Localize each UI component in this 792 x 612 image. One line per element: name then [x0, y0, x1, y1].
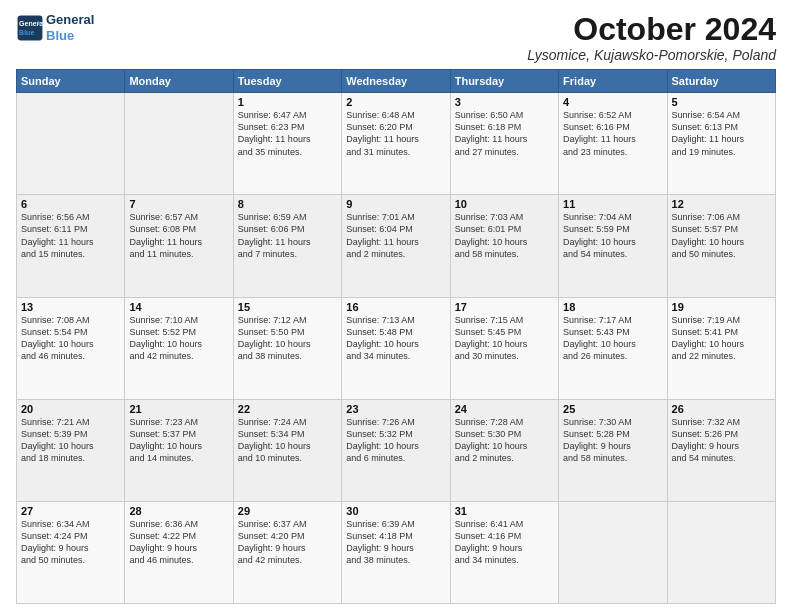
- day-number: 17: [455, 301, 554, 313]
- day-info: Sunrise: 6:59 AMSunset: 6:06 PMDaylight:…: [238, 211, 337, 260]
- calendar-cell: 3Sunrise: 6:50 AMSunset: 6:18 PMDaylight…: [450, 93, 558, 195]
- day-number: 31: [455, 505, 554, 517]
- calendar-cell: 14Sunrise: 7:10 AMSunset: 5:52 PMDayligh…: [125, 297, 233, 399]
- day-info: Sunrise: 6:48 AMSunset: 6:20 PMDaylight:…: [346, 109, 445, 158]
- day-number: 29: [238, 505, 337, 517]
- calendar-cell: 18Sunrise: 7:17 AMSunset: 5:43 PMDayligh…: [559, 297, 667, 399]
- day-number: 8: [238, 198, 337, 210]
- day-header-friday: Friday: [559, 70, 667, 93]
- day-number: 7: [129, 198, 228, 210]
- day-number: 22: [238, 403, 337, 415]
- calendar-cell: 30Sunrise: 6:39 AMSunset: 4:18 PMDayligh…: [342, 501, 450, 603]
- day-info: Sunrise: 7:06 AMSunset: 5:57 PMDaylight:…: [672, 211, 771, 260]
- day-number: 20: [21, 403, 120, 415]
- day-header-saturday: Saturday: [667, 70, 775, 93]
- day-info: Sunrise: 6:54 AMSunset: 6:13 PMDaylight:…: [672, 109, 771, 158]
- calendar-cell: 11Sunrise: 7:04 AMSunset: 5:59 PMDayligh…: [559, 195, 667, 297]
- day-info: Sunrise: 7:01 AMSunset: 6:04 PMDaylight:…: [346, 211, 445, 260]
- day-info: Sunrise: 6:41 AMSunset: 4:16 PMDaylight:…: [455, 518, 554, 567]
- day-info: Sunrise: 7:30 AMSunset: 5:28 PMDaylight:…: [563, 416, 662, 465]
- calendar-cell: 22Sunrise: 7:24 AMSunset: 5:34 PMDayligh…: [233, 399, 341, 501]
- calendar-cell: 4Sunrise: 6:52 AMSunset: 6:16 PMDaylight…: [559, 93, 667, 195]
- calendar-cell: 7Sunrise: 6:57 AMSunset: 6:08 PMDaylight…: [125, 195, 233, 297]
- day-info: Sunrise: 6:36 AMSunset: 4:22 PMDaylight:…: [129, 518, 228, 567]
- calendar-cell: 2Sunrise: 6:48 AMSunset: 6:20 PMDaylight…: [342, 93, 450, 195]
- calendar-cell: 27Sunrise: 6:34 AMSunset: 4:24 PMDayligh…: [17, 501, 125, 603]
- week-row-5: 27Sunrise: 6:34 AMSunset: 4:24 PMDayligh…: [17, 501, 776, 603]
- calendar-cell: 12Sunrise: 7:06 AMSunset: 5:57 PMDayligh…: [667, 195, 775, 297]
- header: General Blue General Blue October 2024 L…: [16, 12, 776, 63]
- day-number: 1: [238, 96, 337, 108]
- calendar-cell: 28Sunrise: 6:36 AMSunset: 4:22 PMDayligh…: [125, 501, 233, 603]
- calendar-cell: 19Sunrise: 7:19 AMSunset: 5:41 PMDayligh…: [667, 297, 775, 399]
- day-header-monday: Monday: [125, 70, 233, 93]
- day-info: Sunrise: 7:26 AMSunset: 5:32 PMDaylight:…: [346, 416, 445, 465]
- calendar-cell: 10Sunrise: 7:03 AMSunset: 6:01 PMDayligh…: [450, 195, 558, 297]
- day-number: 16: [346, 301, 445, 313]
- day-number: 9: [346, 198, 445, 210]
- calendar-cell: [125, 93, 233, 195]
- calendar-cell: 23Sunrise: 7:26 AMSunset: 5:32 PMDayligh…: [342, 399, 450, 501]
- day-info: Sunrise: 7:04 AMSunset: 5:59 PMDaylight:…: [563, 211, 662, 260]
- day-info: Sunrise: 6:34 AMSunset: 4:24 PMDaylight:…: [21, 518, 120, 567]
- day-number: 21: [129, 403, 228, 415]
- logo: General Blue General Blue: [16, 12, 94, 43]
- day-number: 11: [563, 198, 662, 210]
- logo-text-blue: Blue: [46, 28, 94, 44]
- day-info: Sunrise: 7:12 AMSunset: 5:50 PMDaylight:…: [238, 314, 337, 363]
- day-number: 12: [672, 198, 771, 210]
- week-row-3: 13Sunrise: 7:08 AMSunset: 5:54 PMDayligh…: [17, 297, 776, 399]
- day-info: Sunrise: 7:32 AMSunset: 5:26 PMDaylight:…: [672, 416, 771, 465]
- day-number: 10: [455, 198, 554, 210]
- calendar-cell: 5Sunrise: 6:54 AMSunset: 6:13 PMDaylight…: [667, 93, 775, 195]
- day-number: 28: [129, 505, 228, 517]
- day-number: 2: [346, 96, 445, 108]
- calendar-header-row: SundayMondayTuesdayWednesdayThursdayFrid…: [17, 70, 776, 93]
- calendar-cell: 13Sunrise: 7:08 AMSunset: 5:54 PMDayligh…: [17, 297, 125, 399]
- day-number: 23: [346, 403, 445, 415]
- day-number: 14: [129, 301, 228, 313]
- day-header-wednesday: Wednesday: [342, 70, 450, 93]
- calendar-cell: 29Sunrise: 6:37 AMSunset: 4:20 PMDayligh…: [233, 501, 341, 603]
- logo-text-general: General: [46, 12, 94, 28]
- calendar-cell: [667, 501, 775, 603]
- calendar-cell: 8Sunrise: 6:59 AMSunset: 6:06 PMDaylight…: [233, 195, 341, 297]
- calendar-cell: 20Sunrise: 7:21 AMSunset: 5:39 PMDayligh…: [17, 399, 125, 501]
- calendar-table: SundayMondayTuesdayWednesdayThursdayFrid…: [16, 69, 776, 604]
- svg-text:Blue: Blue: [19, 29, 34, 36]
- day-header-thursday: Thursday: [450, 70, 558, 93]
- svg-rect-0: [18, 15, 43, 40]
- month-title: October 2024: [527, 12, 776, 47]
- week-row-4: 20Sunrise: 7:21 AMSunset: 5:39 PMDayligh…: [17, 399, 776, 501]
- calendar-cell: 21Sunrise: 7:23 AMSunset: 5:37 PMDayligh…: [125, 399, 233, 501]
- calendar-cell: 16Sunrise: 7:13 AMSunset: 5:48 PMDayligh…: [342, 297, 450, 399]
- day-number: 5: [672, 96, 771, 108]
- day-info: Sunrise: 7:24 AMSunset: 5:34 PMDaylight:…: [238, 416, 337, 465]
- day-info: Sunrise: 6:56 AMSunset: 6:11 PMDaylight:…: [21, 211, 120, 260]
- day-number: 30: [346, 505, 445, 517]
- day-number: 26: [672, 403, 771, 415]
- day-number: 6: [21, 198, 120, 210]
- calendar-cell: 17Sunrise: 7:15 AMSunset: 5:45 PMDayligh…: [450, 297, 558, 399]
- day-number: 13: [21, 301, 120, 313]
- day-info: Sunrise: 6:57 AMSunset: 6:08 PMDaylight:…: [129, 211, 228, 260]
- day-info: Sunrise: 6:52 AMSunset: 6:16 PMDaylight:…: [563, 109, 662, 158]
- day-info: Sunrise: 7:15 AMSunset: 5:45 PMDaylight:…: [455, 314, 554, 363]
- calendar-cell: 6Sunrise: 6:56 AMSunset: 6:11 PMDaylight…: [17, 195, 125, 297]
- day-info: Sunrise: 7:03 AMSunset: 6:01 PMDaylight:…: [455, 211, 554, 260]
- title-block: October 2024 Lysomice, Kujawsko-Pomorski…: [527, 12, 776, 63]
- day-info: Sunrise: 7:10 AMSunset: 5:52 PMDaylight:…: [129, 314, 228, 363]
- day-info: Sunrise: 6:47 AMSunset: 6:23 PMDaylight:…: [238, 109, 337, 158]
- day-info: Sunrise: 6:50 AMSunset: 6:18 PMDaylight:…: [455, 109, 554, 158]
- day-info: Sunrise: 6:39 AMSunset: 4:18 PMDaylight:…: [346, 518, 445, 567]
- calendar-cell: 24Sunrise: 7:28 AMSunset: 5:30 PMDayligh…: [450, 399, 558, 501]
- day-info: Sunrise: 6:37 AMSunset: 4:20 PMDaylight:…: [238, 518, 337, 567]
- day-info: Sunrise: 7:17 AMSunset: 5:43 PMDaylight:…: [563, 314, 662, 363]
- day-number: 19: [672, 301, 771, 313]
- day-number: 18: [563, 301, 662, 313]
- calendar-cell: 25Sunrise: 7:30 AMSunset: 5:28 PMDayligh…: [559, 399, 667, 501]
- calendar-cell: 15Sunrise: 7:12 AMSunset: 5:50 PMDayligh…: [233, 297, 341, 399]
- week-row-1: 1Sunrise: 6:47 AMSunset: 6:23 PMDaylight…: [17, 93, 776, 195]
- day-number: 15: [238, 301, 337, 313]
- page: General Blue General Blue October 2024 L…: [0, 0, 792, 612]
